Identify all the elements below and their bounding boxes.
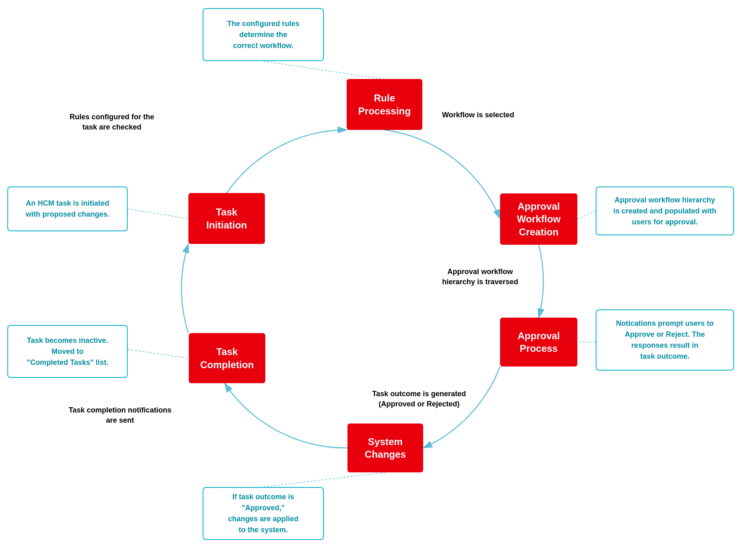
arrow-label-workflow-selected: Workflow is selected: [427, 110, 529, 120]
info-box-system-changes: If task outcome is "Approved," changes a…: [203, 487, 324, 540]
process-box-approval-process: Approval Process: [500, 318, 577, 366]
svg-line-2: [263, 61, 382, 79]
svg-line-4: [577, 211, 596, 219]
info-box-approval-process: Notications prompt users to Approve or R…: [596, 309, 734, 371]
arrow-label-task-outcome: Task outcome is generated (Approved or R…: [350, 389, 488, 409]
diagram-container: The configured rules determine the corre…: [0, 0, 756, 553]
arrow-label-rules-configured: Rules configured for the task are checke…: [53, 112, 171, 132]
process-box-task-completion: Task Completion: [189, 333, 265, 383]
svg-line-7: [263, 472, 385, 487]
info-box-task-initiation: An HCM task is initiated with proposed c…: [7, 187, 128, 231]
info-box-top-center: The configured rules determine the corre…: [203, 8, 324, 61]
svg-line-3: [128, 209, 188, 219]
process-box-approval-workflow-creation: Approval Workflow Creation: [500, 193, 577, 245]
arrow-label-task-completion-notif: Task completion notifications are sent: [53, 405, 187, 426]
process-box-system-changes: System Changes: [347, 424, 423, 472]
arrow-label-approval-hierarchy: Approval workflow hierarchy is traversed: [423, 267, 537, 287]
svg-line-6: [128, 349, 189, 358]
process-box-rule-processing: Rule Processing: [347, 79, 422, 130]
info-box-approval-workflow: Approval workflow hierarchy is created a…: [596, 187, 734, 235]
info-box-task-completion: Task becomes inactive. Moved to "Complet…: [7, 325, 128, 378]
process-box-task-initiation: Task Initiation: [188, 193, 265, 244]
